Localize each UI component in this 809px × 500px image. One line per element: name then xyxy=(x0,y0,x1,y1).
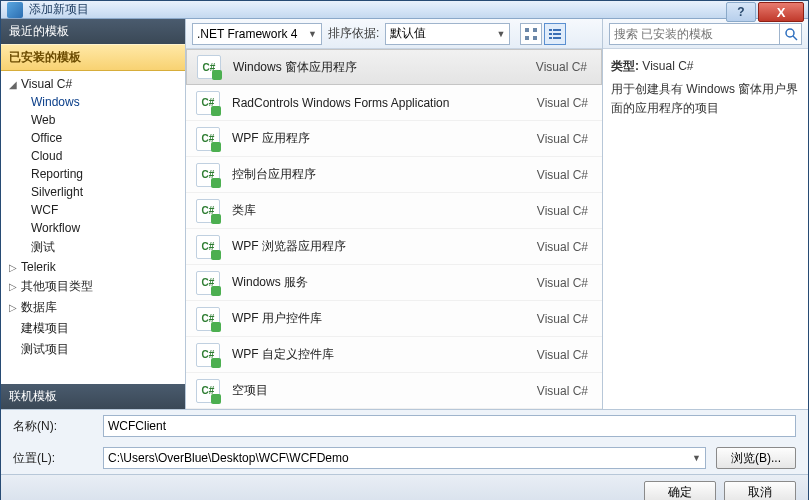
view-list-button[interactable] xyxy=(544,23,566,45)
type-value: Visual C# xyxy=(642,59,693,73)
sidebar-header-installed[interactable]: 已安装的模板 xyxy=(1,44,185,71)
tree-node-label: Reporting xyxy=(31,167,83,181)
sidebar: 最近的模板 已安装的模板 ◢Visual C#WindowsWebOfficeC… xyxy=(1,19,186,409)
search-input[interactable] xyxy=(609,23,780,45)
tree-node[interactable]: Silverlight xyxy=(1,183,185,201)
tree-node-label: Web xyxy=(31,113,55,127)
tree-node-label: 建模项目 xyxy=(21,320,69,337)
template-language: Visual C# xyxy=(537,204,592,218)
toolbar: .NET Framework 4 ▼ 排序依据: 默认值 ▼ xyxy=(186,19,602,49)
tree-node[interactable]: Workflow xyxy=(1,219,185,237)
template-language: Visual C# xyxy=(537,348,592,362)
svg-rect-8 xyxy=(549,37,552,39)
template-item[interactable]: C#控制台应用程序Visual C# xyxy=(186,157,602,193)
titlebar[interactable]: 添加新项目 ? X xyxy=(1,1,808,19)
template-name: Windows 服务 xyxy=(232,274,537,291)
template-name: WPF 自定义控件库 xyxy=(232,346,537,363)
browse-button[interactable]: 浏览(B)... xyxy=(716,447,796,469)
bottom-form: 名称(N): 位置(L): C:\Users\OverBlue\Desktop\… xyxy=(1,409,808,500)
svg-rect-7 xyxy=(553,33,561,35)
tree-node[interactable]: 测试 xyxy=(1,237,185,258)
template-item[interactable]: C#WPF 用户控件库Visual C# xyxy=(186,301,602,337)
view-small-icons-button[interactable] xyxy=(520,23,542,45)
chevron-right-icon: ▷ xyxy=(9,262,19,273)
window-title: 添加新项目 xyxy=(29,1,89,18)
tree-node[interactable]: 建模项目 xyxy=(1,318,185,339)
template-icon: C# xyxy=(196,343,220,367)
sort-value: 默认值 xyxy=(390,25,426,42)
chevron-down-icon: ▼ xyxy=(684,453,701,463)
search-button[interactable] xyxy=(780,23,802,45)
svg-rect-9 xyxy=(553,37,561,39)
template-language: Visual C# xyxy=(536,60,591,74)
svg-rect-2 xyxy=(525,36,529,40)
sort-combo[interactable]: 默认值 ▼ xyxy=(385,23,510,45)
tree-node[interactable]: Cloud xyxy=(1,147,185,165)
tree-node-label: Visual C# xyxy=(21,77,72,91)
info-body: 类型: Visual C# 用于创建具有 Windows 窗体用户界面的应用程序… xyxy=(603,49,808,127)
template-item[interactable]: C#WPF 自定义控件库Visual C# xyxy=(186,337,602,373)
tree-node-label: Windows xyxy=(31,95,80,109)
close-button[interactable]: X xyxy=(758,2,804,22)
tree-node[interactable]: ◢Visual C# xyxy=(1,75,185,93)
search-bar xyxy=(603,19,808,49)
template-item[interactable]: C#WPF 浏览器应用程序Visual C# xyxy=(186,229,602,265)
template-item[interactable]: C#WPF 应用程序Visual C# xyxy=(186,121,602,157)
framework-value: .NET Framework 4 xyxy=(197,27,297,41)
tree-node[interactable]: Reporting xyxy=(1,165,185,183)
tree-node[interactable]: Office xyxy=(1,129,185,147)
template-language: Visual C# xyxy=(537,276,592,290)
svg-rect-3 xyxy=(533,36,537,40)
template-name: 控制台应用程序 xyxy=(232,166,537,183)
template-name: WPF 应用程序 xyxy=(232,130,537,147)
template-icon: C# xyxy=(196,235,220,259)
tree-node[interactable]: Web xyxy=(1,111,185,129)
ok-button[interactable]: 确定 xyxy=(644,481,716,500)
location-label: 位置(L): xyxy=(13,450,93,467)
location-combo[interactable]: C:\Users\OverBlue\Desktop\WCF\WCFDemo ▼ xyxy=(103,447,706,469)
template-language: Visual C# xyxy=(537,96,592,110)
name-input[interactable] xyxy=(103,415,796,437)
tree-node[interactable]: ▷其他项目类型 xyxy=(1,276,185,297)
tree-node-label: Cloud xyxy=(31,149,62,163)
list-icon xyxy=(548,27,562,41)
template-icon: C# xyxy=(197,55,221,79)
framework-combo[interactable]: .NET Framework 4 ▼ xyxy=(192,23,322,45)
tree-node[interactable]: WCF xyxy=(1,201,185,219)
sidebar-header-online[interactable]: 联机模板 xyxy=(1,384,185,409)
chevron-down-icon: ▼ xyxy=(488,29,505,39)
help-button[interactable]: ? xyxy=(726,2,756,22)
template-list[interactable]: C#Windows 窗体应用程序Visual C#C#RadControls W… xyxy=(186,49,602,409)
template-item[interactable]: C#Windows 窗体应用程序Visual C# xyxy=(186,49,602,85)
location-value: C:\Users\OverBlue\Desktop\WCF\WCFDemo xyxy=(108,451,349,465)
svg-point-10 xyxy=(786,29,794,37)
tree-node[interactable]: 测试项目 xyxy=(1,339,185,360)
tree-node[interactable]: ▷数据库 xyxy=(1,297,185,318)
tree-node[interactable]: Windows xyxy=(1,93,185,111)
template-description: 用于创建具有 Windows 窗体用户界面的应用程序的项目 xyxy=(611,80,800,118)
template-item[interactable]: C#RadControls Windows Forms ApplicationV… xyxy=(186,85,602,121)
template-item[interactable]: C#Windows 服务Visual C# xyxy=(186,265,602,301)
name-label: 名称(N): xyxy=(13,418,93,435)
template-name: 类库 xyxy=(232,202,537,219)
template-icon: C# xyxy=(196,379,220,403)
tree-node[interactable]: ▷Telerik xyxy=(1,258,185,276)
template-language: Visual C# xyxy=(537,168,592,182)
svg-rect-1 xyxy=(533,28,537,32)
chevron-right-icon: ▷ xyxy=(9,281,19,292)
template-name: WPF 用户控件库 xyxy=(232,310,537,327)
sidebar-header-recent[interactable]: 最近的模板 xyxy=(1,19,185,44)
tree-node-label: Telerik xyxy=(21,260,56,274)
template-item[interactable]: C#空项目Visual C# xyxy=(186,373,602,409)
tree-node-label: Silverlight xyxy=(31,185,83,199)
template-name: Windows 窗体应用程序 xyxy=(233,59,536,76)
template-name: 空项目 xyxy=(232,382,537,399)
tree-node-label: Office xyxy=(31,131,62,145)
tree-node-label: 测试 xyxy=(31,239,55,256)
template-name: RadControls Windows Forms Application xyxy=(232,96,537,110)
tree-node-label: WCF xyxy=(31,203,58,217)
cancel-button[interactable]: 取消 xyxy=(724,481,796,500)
template-item[interactable]: C#类库Visual C# xyxy=(186,193,602,229)
template-icon: C# xyxy=(196,271,220,295)
svg-line-11 xyxy=(793,36,797,40)
